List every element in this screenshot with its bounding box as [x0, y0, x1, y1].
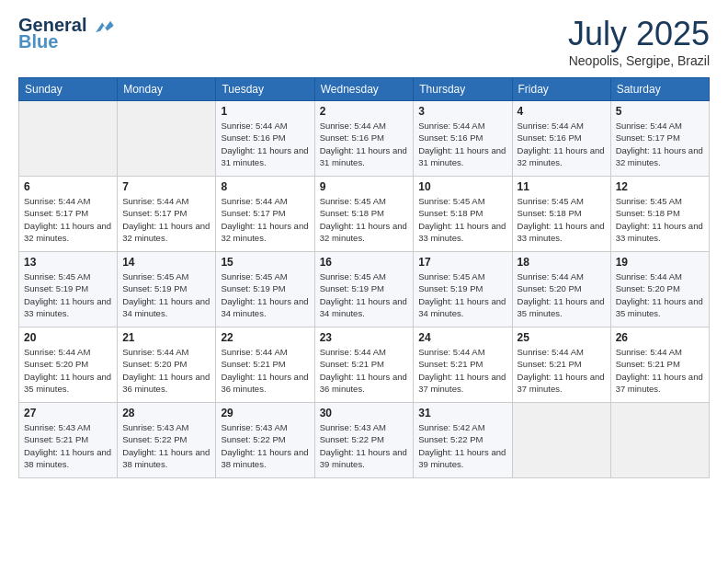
calendar-cell	[512, 403, 610, 478]
day-number: 30	[320, 407, 409, 419]
calendar-cell: 5Sunrise: 5:44 AMSunset: 5:17 PMDaylight…	[610, 101, 709, 177]
day-info: Sunrise: 5:44 AMSunset: 5:16 PMDaylight:…	[418, 120, 506, 168]
calendar-cell: 15Sunrise: 5:45 AMSunset: 5:19 PMDayligh…	[216, 252, 314, 327]
page: General Blue July 2025 Neopolis, Sergipe…	[0, 0, 728, 563]
day-number: 8	[221, 180, 309, 193]
day-info: Sunrise: 5:43 AMSunset: 5:22 PMDaylight:…	[122, 421, 210, 470]
calendar-cell: 16Sunrise: 5:45 AMSunset: 5:19 PMDayligh…	[314, 252, 414, 327]
calendar-header-row: SundayMondayTuesdayWednesdayThursdayFrid…	[19, 78, 710, 101]
day-number: 24	[418, 331, 506, 344]
day-header-friday: Friday	[512, 78, 610, 101]
day-info: Sunrise: 5:44 AMSunset: 5:17 PMDaylight:…	[24, 195, 112, 244]
day-info: Sunrise: 5:43 AMSunset: 5:21 PMDaylight:…	[24, 421, 112, 470]
day-info: Sunrise: 5:45 AMSunset: 5:18 PMDaylight:…	[418, 195, 506, 244]
day-number: 10	[418, 180, 506, 193]
calendar-cell: 9Sunrise: 5:45 AMSunset: 5:18 PMDaylight…	[314, 177, 414, 252]
day-info: Sunrise: 5:44 AMSunset: 5:16 PMDaylight:…	[320, 120, 409, 168]
day-info: Sunrise: 5:45 AMSunset: 5:19 PMDaylight:…	[418, 270, 506, 319]
calendar-cell: 10Sunrise: 5:45 AMSunset: 5:18 PMDayligh…	[414, 177, 512, 252]
logo-bird-icon	[94, 19, 114, 34]
day-number: 6	[24, 180, 112, 193]
day-number: 31	[418, 407, 506, 419]
calendar-cell: 11Sunrise: 5:45 AMSunset: 5:18 PMDayligh…	[512, 177, 610, 252]
day-info: Sunrise: 5:43 AMSunset: 5:22 PMDaylight:…	[320, 421, 409, 470]
calendar-cell: 28Sunrise: 5:43 AMSunset: 5:22 PMDayligh…	[118, 403, 216, 478]
day-number: 13	[24, 256, 112, 269]
day-number: 14	[122, 256, 210, 269]
title-block: July 2025 Neopolis, Sergipe, Brazil	[568, 15, 710, 68]
calendar-cell: 18Sunrise: 5:44 AMSunset: 5:20 PMDayligh…	[512, 252, 610, 327]
calendar-cell: 22Sunrise: 5:44 AMSunset: 5:21 PMDayligh…	[216, 327, 314, 403]
logo: General Blue	[18, 15, 114, 52]
day-info: Sunrise: 5:44 AMSunset: 5:20 PMDaylight:…	[122, 346, 210, 395]
calendar-cell: 23Sunrise: 5:44 AMSunset: 5:21 PMDayligh…	[314, 327, 414, 403]
day-info: Sunrise: 5:45 AMSunset: 5:18 PMDaylight:…	[518, 195, 606, 244]
calendar-week-row: 27Sunrise: 5:43 AMSunset: 5:21 PMDayligh…	[19, 403, 710, 478]
day-number: 25	[518, 331, 606, 344]
day-info: Sunrise: 5:45 AMSunset: 5:19 PMDaylight:…	[122, 270, 210, 319]
day-info: Sunrise: 5:43 AMSunset: 5:22 PMDaylight:…	[221, 421, 309, 470]
day-info: Sunrise: 5:44 AMSunset: 5:21 PMDaylight:…	[518, 346, 606, 395]
day-info: Sunrise: 5:44 AMSunset: 5:20 PMDaylight:…	[616, 270, 704, 319]
day-info: Sunrise: 5:45 AMSunset: 5:19 PMDaylight:…	[24, 270, 112, 319]
day-number: 2	[320, 105, 409, 118]
calendar-cell: 14Sunrise: 5:45 AMSunset: 5:19 PMDayligh…	[118, 252, 216, 327]
day-number: 1	[221, 105, 309, 118]
day-number: 29	[221, 407, 309, 419]
logo-blue-text: Blue	[18, 31, 58, 52]
calendar-cell: 1Sunrise: 5:44 AMSunset: 5:16 PMDaylight…	[216, 101, 314, 177]
day-number: 4	[518, 105, 606, 118]
day-info: Sunrise: 5:44 AMSunset: 5:16 PMDaylight:…	[221, 120, 309, 168]
day-header-tuesday: Tuesday	[216, 78, 314, 101]
day-number: 9	[320, 180, 409, 193]
day-info: Sunrise: 5:45 AMSunset: 5:19 PMDaylight:…	[320, 270, 409, 319]
calendar-cell: 4Sunrise: 5:44 AMSunset: 5:16 PMDaylight…	[512, 101, 610, 177]
day-info: Sunrise: 5:44 AMSunset: 5:21 PMDaylight:…	[221, 346, 309, 395]
calendar-cell: 13Sunrise: 5:45 AMSunset: 5:19 PMDayligh…	[19, 252, 118, 327]
day-info: Sunrise: 5:45 AMSunset: 5:18 PMDaylight:…	[616, 195, 704, 244]
calendar-cell: 3Sunrise: 5:44 AMSunset: 5:16 PMDaylight…	[414, 101, 512, 177]
calendar-cell: 17Sunrise: 5:45 AMSunset: 5:19 PMDayligh…	[414, 252, 512, 327]
day-header-wednesday: Wednesday	[314, 78, 414, 101]
day-number: 28	[122, 407, 210, 419]
day-info: Sunrise: 5:44 AMSunset: 5:21 PMDaylight:…	[616, 346, 704, 395]
svg-marker-0	[96, 20, 114, 31]
day-number: 3	[418, 105, 506, 118]
day-info: Sunrise: 5:45 AMSunset: 5:19 PMDaylight:…	[221, 270, 309, 319]
calendar-cell: 20Sunrise: 5:44 AMSunset: 5:20 PMDayligh…	[19, 327, 118, 403]
calendar-cell	[118, 101, 216, 177]
day-number: 18	[518, 256, 606, 269]
calendar-cell	[610, 403, 709, 478]
calendar-cell: 19Sunrise: 5:44 AMSunset: 5:20 PMDayligh…	[610, 252, 709, 327]
day-number: 21	[122, 331, 210, 344]
month-title: July 2025	[568, 15, 710, 53]
calendar-cell: 2Sunrise: 5:44 AMSunset: 5:16 PMDaylight…	[314, 101, 414, 177]
calendar-cell: 27Sunrise: 5:43 AMSunset: 5:21 PMDayligh…	[19, 403, 118, 478]
calendar-cell: 24Sunrise: 5:44 AMSunset: 5:21 PMDayligh…	[414, 327, 512, 403]
day-info: Sunrise: 5:44 AMSunset: 5:21 PMDaylight:…	[418, 346, 506, 395]
calendar-cell: 6Sunrise: 5:44 AMSunset: 5:17 PMDaylight…	[19, 177, 118, 252]
calendar-week-row: 13Sunrise: 5:45 AMSunset: 5:19 PMDayligh…	[19, 252, 710, 327]
day-info: Sunrise: 5:42 AMSunset: 5:22 PMDaylight:…	[418, 421, 506, 470]
day-number: 19	[616, 256, 704, 269]
day-header-thursday: Thursday	[414, 78, 512, 101]
day-number: 27	[24, 407, 112, 419]
calendar-cell: 30Sunrise: 5:43 AMSunset: 5:22 PMDayligh…	[314, 403, 414, 478]
day-number: 20	[24, 331, 112, 344]
calendar-week-row: 20Sunrise: 5:44 AMSunset: 5:20 PMDayligh…	[19, 327, 710, 403]
day-number: 5	[616, 105, 704, 118]
calendar-week-row: 6Sunrise: 5:44 AMSunset: 5:17 PMDaylight…	[19, 177, 710, 252]
calendar-cell	[19, 101, 118, 177]
calendar-cell: 25Sunrise: 5:44 AMSunset: 5:21 PMDayligh…	[512, 327, 610, 403]
day-number: 23	[320, 331, 409, 344]
calendar-cell: 7Sunrise: 5:44 AMSunset: 5:17 PMDaylight…	[118, 177, 216, 252]
header: General Blue July 2025 Neopolis, Sergipe…	[18, 15, 710, 68]
day-number: 16	[320, 256, 409, 269]
day-number: 22	[221, 331, 309, 344]
day-header-saturday: Saturday	[610, 78, 709, 101]
day-info: Sunrise: 5:44 AMSunset: 5:17 PMDaylight:…	[122, 195, 210, 244]
location: Neopolis, Sergipe, Brazil	[568, 53, 710, 68]
day-number: 12	[616, 180, 704, 193]
day-info: Sunrise: 5:44 AMSunset: 5:20 PMDaylight:…	[24, 346, 112, 395]
calendar-week-row: 1Sunrise: 5:44 AMSunset: 5:16 PMDaylight…	[19, 101, 710, 177]
